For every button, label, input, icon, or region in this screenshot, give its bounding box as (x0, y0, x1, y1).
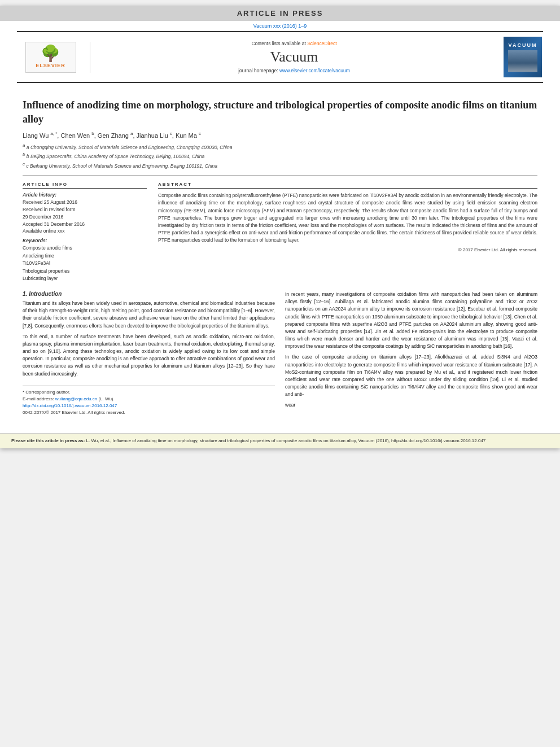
email-suffix: (L. Wu). (98, 396, 114, 401)
article-content: Influence of anodizing time on morpholog… (0, 83, 560, 425)
right-para-2: In the case of composite anodizing on ti… (285, 353, 537, 398)
doi-link[interactable]: http://dx.doi.org/10.1016/j.vacuum.2016.… (23, 403, 117, 408)
keyword-5: Lubricating layer (23, 275, 147, 283)
vacuum-cover-photo (508, 50, 537, 72)
footnote-section: * Corresponding author. E-mail address: … (23, 386, 275, 416)
contents-line: Contents lists available at ScienceDirec… (96, 41, 492, 46)
email-value[interactable]: wuliang@cqu.edu.cn (55, 396, 97, 401)
corresponding-note: * Corresponding author. (23, 389, 275, 396)
wear-word: wear (285, 402, 295, 408)
journal-name: Vacuum (96, 49, 492, 65)
affiliations: a a Chongqing University, School of Mate… (23, 142, 537, 170)
email-label: E-mail address: (23, 396, 54, 401)
article-info-column: ARTICLE INFO Article history: Received 2… (23, 182, 147, 283)
article-title: Influence of anodizing time on morpholog… (23, 98, 537, 126)
body-left-column: 1. Introduction Titanium and its alloys … (23, 291, 275, 416)
accepted-date: Accepted 31 December 2016 (23, 221, 147, 228)
keyword-3: Ti10V2Fe3Al (23, 260, 147, 268)
body-content: 1. Introduction Titanium and its alloys … (23, 291, 537, 416)
article-info-heading: ARTICLE INFO (23, 182, 147, 189)
authors-line: Liang Wu a, *, Chen Wen b, Gen Zhang a, … (23, 131, 537, 139)
keywords-list: Composite anodic films Anodizing time Ti… (23, 244, 147, 283)
history-label: Article history: (23, 192, 147, 198)
journal-center: Contents lists available at ScienceDirec… (90, 41, 498, 73)
intro-para-1: Titanium and its alloys have been widely… (23, 300, 275, 330)
homepage-url[interactable]: www.elsevier.com/locate/vacuum (279, 68, 350, 73)
journal-cover-area: VACUUM (498, 37, 543, 77)
affiliation-a: a a Chongqing University, School of Mate… (23, 142, 537, 151)
contents-label: Contents lists available at (251, 41, 305, 46)
elsevier-tree-icon: 🌳 (41, 46, 60, 62)
keyword-4: Tribological properties (23, 268, 147, 276)
right-para-1: In recent years, many investigations of … (285, 291, 537, 350)
keywords-label: Keywords: (23, 238, 147, 243)
abstract-text: Composite anodic films containing polyte… (158, 192, 537, 244)
page: ARTICLE IN PRESS Vacuum xxx (2016) 1–9 🌳… (0, 6, 560, 448)
journal-header: 🌳 ELSEVIER Contents lists available at S… (17, 31, 543, 83)
section1-title: 1. Introduction (23, 291, 275, 297)
body-right-text: In recent years, many investigations of … (285, 291, 537, 409)
keyword-1: Composite anodic films (23, 244, 147, 252)
copyright-line: © 2017 Elsevier Ltd. All rights reserved… (158, 247, 537, 252)
doi-line: Vacuum xxx (2016) 1–9 (0, 21, 560, 31)
article-in-press-banner: ARTICLE IN PRESS (0, 6, 560, 21)
authors-text: Liang Wu a, *, Chen Wen b, Gen Zhang a, … (23, 132, 201, 139)
journal-logo-area: 🌳 ELSEVIER (17, 42, 90, 73)
body-right-column: In recent years, many investigations of … (285, 291, 537, 416)
section-divider (23, 176, 537, 176)
banner-text: ARTICLE IN PRESS (237, 9, 323, 18)
elsevier-logo: 🌳 ELSEVIER (25, 42, 76, 73)
available-date: Available online xxx (23, 228, 147, 235)
abstract-heading: ABSTRACT (158, 182, 537, 189)
citation-please-label: Please cite this article in press as: (11, 438, 86, 443)
homepage-label: journal homepage: (238, 68, 278, 73)
revised-label: Received in revised form (23, 206, 147, 213)
issn-line: 0042-207X/© 2017 Elsevier Ltd. All right… (23, 409, 275, 416)
intro-para-2: To this end, a number of surface treatme… (23, 333, 275, 378)
citation-bar: Please cite this article in press as: L.… (0, 433, 560, 448)
body-left-text: Titanium and its alloys have been widely… (23, 300, 275, 378)
info-abstract-section: ARTICLE INFO Article history: Received 2… (23, 182, 537, 283)
affiliation-c: c c Beihang University, School of Materi… (23, 161, 537, 170)
abstract-column: ABSTRACT Composite anodic films containi… (158, 182, 537, 283)
sciencedirect-link[interactable]: ScienceDirect (307, 41, 336, 46)
vacuum-cover-image: VACUUM (504, 37, 542, 77)
vacuum-cover-title: VACUUM (509, 42, 537, 48)
citation-text: L. Wu, et al., Influence of anodizing ti… (86, 438, 486, 443)
affiliation-b: b b Beijing Spacecrafts, China Academy o… (23, 151, 537, 160)
elsevier-name: ELSEVIER (36, 63, 65, 68)
doi-note: http://dx.doi.org/10.1016/j.vacuum.2016.… (23, 403, 275, 409)
received-date: Received 25 August 2016 (23, 199, 147, 206)
keyword-2: Anodizing time (23, 252, 147, 260)
email-note: E-mail address: wuliang@cqu.edu.cn (L. W… (23, 396, 275, 403)
doi-text: Vacuum xxx (2016) 1–9 (253, 23, 307, 29)
journal-homepage: journal homepage: www.elsevier.com/locat… (96, 68, 492, 73)
revised-date: 29 December 2016 (23, 213, 147, 221)
